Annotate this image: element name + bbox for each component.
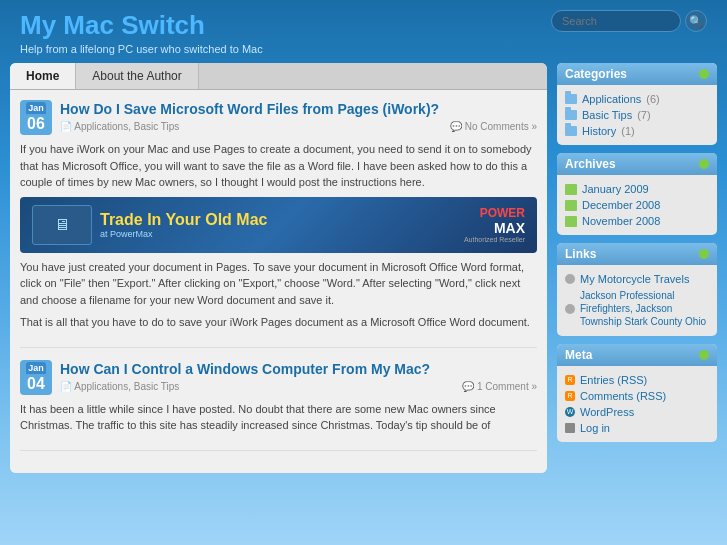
widget-meta-body: R Entries (RSS) R Comments (RSS) W WordP… — [557, 366, 717, 442]
ad-max: MAX — [464, 220, 525, 236]
category-count-2: (1) — [621, 125, 634, 137]
link-1[interactable]: Jackson Professional Firefighters, Jacks… — [580, 289, 709, 328]
search-button[interactable]: 🔍 — [685, 10, 707, 32]
category-count-1: (7) — [637, 109, 650, 121]
widget-archives-title: Archives — [565, 157, 616, 171]
post-1-month: Jan — [26, 102, 46, 114]
post-2-title[interactable]: How Can I Control a Windows Computer Fro… — [60, 361, 430, 377]
ad-logo: POWER MAX Authorized Reseller — [464, 206, 525, 243]
post-2-title-area: How Can I Control a Windows Computer Fro… — [60, 360, 537, 392]
widget-meta-dot — [699, 350, 709, 360]
post-1-title-area: How Do I Save Microsoft Word Files from … — [60, 100, 537, 132]
archive-item-0[interactable]: January 2009 — [565, 181, 709, 197]
lock-icon — [565, 423, 575, 433]
tab-about[interactable]: About the Author — [76, 63, 198, 89]
wp-icon: W — [565, 407, 575, 417]
post-1-header: Jan 06 How Do I Save Microsoft Word File… — [20, 100, 537, 135]
widget-archives-dot — [699, 159, 709, 169]
widget-links-header: Links — [557, 243, 717, 265]
link-icon-0 — [565, 274, 575, 284]
sidebar: Categories Applications (6) Basic Tips (… — [557, 63, 717, 473]
link-item-1[interactable]: Jackson Professional Firefighters, Jacks… — [565, 287, 709, 330]
archive-item-1[interactable]: December 2008 — [565, 197, 709, 213]
archive-item-2[interactable]: November 2008 — [565, 213, 709, 229]
cal-icon-1 — [565, 200, 577, 211]
category-count-0: (6) — [646, 93, 659, 105]
archive-link-2[interactable]: November 2008 — [582, 215, 660, 227]
meta-item-3[interactable]: Log in — [565, 420, 709, 436]
ad-trade-in: Trade In Your Old Mac — [100, 211, 456, 229]
ad-mac-image: 🖥 — [32, 205, 92, 245]
link-0[interactable]: My Motorcycle Travels — [580, 273, 689, 285]
widget-categories-header: Categories — [557, 63, 717, 85]
ad-power: POWER — [480, 206, 525, 220]
ad-authorized: Authorized Reseller — [464, 236, 525, 243]
folder-icon-2 — [565, 126, 577, 136]
tab-home[interactable]: Home — [10, 63, 76, 89]
ad-text: Trade In Your Old Mac at PowerMax — [100, 211, 456, 239]
post-2: Jan 04 How Can I Control a Windows Compu… — [20, 360, 537, 451]
folder-icon-1 — [565, 110, 577, 120]
search-bar: 🔍 — [551, 10, 707, 32]
archive-link-1[interactable]: December 2008 — [582, 199, 660, 211]
post-2-categories: 📄 Applications, Basic Tips — [60, 381, 179, 392]
post-1-comments: 💬 No Comments » — [450, 121, 537, 132]
post-2-month: Jan — [26, 362, 46, 374]
posts-area: Jan 06 How Do I Save Microsoft Word File… — [10, 90, 547, 473]
widget-categories: Categories Applications (6) Basic Tips (… — [557, 63, 717, 145]
post-1: Jan 06 How Do I Save Microsoft Word File… — [20, 100, 537, 348]
meta-item-0[interactable]: R Entries (RSS) — [565, 372, 709, 388]
widget-categories-body: Applications (6) Basic Tips (7) History … — [557, 85, 717, 145]
post-1-excerpt3: That is all that you have to do to save … — [20, 314, 537, 331]
meta-item-2[interactable]: W WordPress — [565, 404, 709, 420]
post-1-title[interactable]: How Do I Save Microsoft Word Files from … — [60, 101, 439, 117]
post-1-excerpt2: You have just created your document in P… — [20, 259, 537, 309]
folder-icon-0 — [565, 94, 577, 104]
archive-link-0[interactable]: January 2009 — [582, 183, 649, 195]
ad-at-powermax: at PowerMax — [100, 229, 456, 239]
link-item-0[interactable]: My Motorcycle Travels — [565, 271, 709, 287]
widget-links: Links My Motorcycle Travels Jackson Prof… — [557, 243, 717, 336]
meta-link-2[interactable]: WordPress — [580, 406, 634, 418]
category-link-2[interactable]: History — [582, 125, 616, 137]
post-2-comments: 💬 1 Comment » — [462, 381, 537, 392]
post-1-meta: 📄 Applications, Basic Tips 💬 No Comments… — [60, 121, 537, 132]
cal-icon-2 — [565, 216, 577, 227]
post-2-meta: 📄 Applications, Basic Tips 💬 1 Comment » — [60, 381, 537, 392]
search-input[interactable] — [551, 10, 681, 32]
layout: Home About the Author Jan 06 How Do I Sa… — [0, 63, 727, 483]
site-tagline: Help from a lifelong PC user who switche… — [20, 43, 707, 55]
widget-meta: Meta R Entries (RSS) R Comments (RSS) W … — [557, 344, 717, 442]
tabs: Home About the Author — [10, 63, 547, 90]
widget-archives: Archives January 2009 December 2008 Nove… — [557, 153, 717, 235]
rss-icon-0: R — [565, 375, 575, 385]
post-2-date: Jan 04 — [20, 360, 52, 395]
post-1-day: 06 — [26, 114, 46, 133]
main-content: Home About the Author Jan 06 How Do I Sa… — [10, 63, 547, 473]
widget-categories-dot — [699, 69, 709, 79]
post-2-excerpt1: It has been a little while since I have … — [20, 401, 537, 434]
post-1-date: Jan 06 — [20, 100, 52, 135]
meta-link-1[interactable]: Comments (RSS) — [580, 390, 666, 402]
post-1-categories: 📄 Applications, Basic Tips — [60, 121, 179, 132]
category-item-1[interactable]: Basic Tips (7) — [565, 107, 709, 123]
post-1-excerpt1: If you have iWork on your Mac and use Pa… — [20, 141, 537, 191]
post-2-day: 04 — [26, 374, 46, 393]
post-2-header: Jan 04 How Can I Control a Windows Compu… — [20, 360, 537, 395]
widget-archives-body: January 2009 December 2008 November 2008 — [557, 175, 717, 235]
widget-links-dot — [699, 249, 709, 259]
header: My Mac Switch Help from a lifelong PC us… — [0, 0, 727, 63]
widget-meta-header: Meta — [557, 344, 717, 366]
post-1-ad[interactable]: 🖥 Trade In Your Old Mac at PowerMax POWE… — [20, 197, 537, 253]
category-item-2[interactable]: History (1) — [565, 123, 709, 139]
widget-archives-header: Archives — [557, 153, 717, 175]
widget-links-body: My Motorcycle Travels Jackson Profession… — [557, 265, 717, 336]
category-link-0[interactable]: Applications — [582, 93, 641, 105]
meta-link-3[interactable]: Log in — [580, 422, 610, 434]
category-link-1[interactable]: Basic Tips — [582, 109, 632, 121]
meta-item-1[interactable]: R Comments (RSS) — [565, 388, 709, 404]
meta-link-0[interactable]: Entries (RSS) — [580, 374, 647, 386]
link-icon-1 — [565, 304, 575, 314]
category-item-0[interactable]: Applications (6) — [565, 91, 709, 107]
widget-categories-title: Categories — [565, 67, 627, 81]
